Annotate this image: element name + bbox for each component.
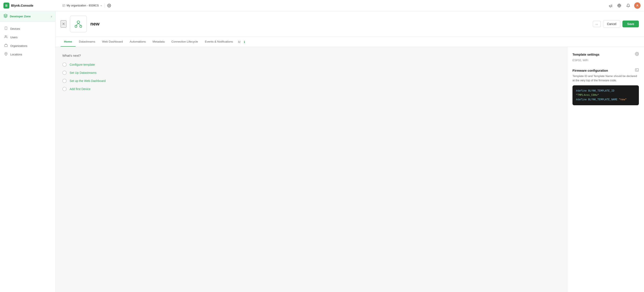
radio-setup-web-dashboard[interactable] — [62, 79, 66, 83]
code-line-2: #define BLYNK_TEMPLATE_NAME "new" — [576, 98, 636, 102]
template-settings-section: Template settings ESP32, WiFi — [572, 52, 639, 62]
devices-icon — [4, 27, 8, 31]
sidebar-dz-left: Developer Zone — [4, 14, 31, 19]
sidebar-item-users[interactable]: Users — [0, 33, 55, 42]
top-header: B Blynk.Console My organization - 9339CS… — [0, 0, 644, 11]
whats-next-title: What's next? — [62, 54, 560, 57]
svg-rect-3 — [5, 27, 7, 30]
globe-icon[interactable] — [616, 3, 622, 9]
logo-text: Blynk.Console — [11, 4, 33, 7]
checklist-item-configure: Configure template — [62, 62, 560, 67]
sidebar-item-locations[interactable]: Locations — [0, 50, 55, 59]
checklist: Configure template Set Up Datastreams Se… — [62, 62, 560, 91]
configure-template-link[interactable]: Configure template — [70, 63, 95, 66]
logo-area: B Blynk.Console — [4, 3, 59, 9]
checklist-item-web-dashboard: Set up the Web Dashboard — [62, 79, 560, 83]
cancel-button[interactable]: Cancel — [603, 20, 620, 28]
logo-box: B — [4, 3, 10, 9]
template-name: new — [90, 21, 589, 27]
close-button[interactable]: ✕ — [61, 20, 66, 28]
svg-line-11 — [78, 23, 81, 26]
tab-datastreams[interactable]: Datastreams — [76, 37, 99, 47]
svg-point-1 — [109, 5, 110, 6]
template-editor: ✕ new ··· Cancel Save — [56, 11, 644, 292]
users-icon — [4, 35, 8, 39]
org-selector[interactable]: My organization - 9339CS — [62, 4, 102, 7]
svg-rect-0 — [63, 4, 65, 7]
firmware-code-block: #define BLYNK_TEMPLATE_ID "TMPL4vss_C0Hu… — [572, 85, 639, 105]
megaphone-icon[interactable] — [607, 3, 613, 9]
svg-rect-8 — [75, 26, 77, 27]
sidebar-item-organizations[interactable]: Organizations — [0, 42, 55, 50]
template-header: ✕ new ··· Cancel Save — [56, 11, 644, 37]
tab-automations[interactable]: Automations — [126, 37, 149, 47]
header-actions: ··· Cancel Save — [593, 20, 639, 28]
header-center: My organization - 9339CS — [59, 3, 607, 9]
tab-web-dashboard[interactable]: Web Dashboard — [99, 37, 126, 47]
avatar[interactable]: A — [634, 2, 640, 9]
firmware-title: Firmware configuration — [572, 69, 608, 72]
sidebar-item-users-label: Users — [10, 36, 18, 39]
code-keyword-1: #define BLYNK_TEMPLATE_ID — [576, 89, 614, 92]
tabs-bar: Home Datastreams Web Dashboard Automatio… — [56, 37, 644, 47]
radio-configure-template[interactable] — [62, 62, 66, 67]
more-button[interactable]: ··· — [593, 21, 601, 27]
bell-icon[interactable] — [625, 3, 631, 9]
locations-icon — [4, 52, 8, 57]
main-layout: Developer Zone › Devices Users — [0, 11, 644, 292]
org-name: My organization - 9339CS — [66, 4, 99, 7]
code-template-id-value: "TMPL4vss_C0Hu" — [576, 94, 599, 97]
organizations-icon — [4, 44, 8, 48]
setup-web-dashboard-link[interactable]: Set up the Web Dashboard — [70, 79, 106, 83]
content-area: ✕ new ··· Cancel Save — [56, 11, 644, 292]
header-icons: A — [607, 2, 640, 9]
code-line-1: #define BLYNK_TEMPLATE_ID "TMPL4vss_C0Hu… — [576, 89, 636, 98]
left-panel: What's next? Configure template Set Up D… — [56, 47, 567, 292]
sidebar-developer-zone[interactable]: Developer Zone › — [0, 11, 55, 22]
sidebar-item-devices[interactable]: Devices — [0, 24, 55, 33]
right-panel: Template settings ESP32, WiFi Firmware c… — [567, 47, 644, 292]
code-template-name-value: "new" — [619, 98, 627, 101]
tab-events-notifications[interactable]: Events & Notifications — [201, 37, 236, 47]
sidebar-item-devices-label: Devices — [10, 27, 20, 30]
svg-line-10 — [76, 23, 78, 26]
code-keyword-2: #define BLYNK_TEMPLATE_NAME — [576, 98, 619, 101]
tab-metadata[interactable]: Metadata — [149, 37, 168, 47]
firmware-description: Template ID and Template Name should be … — [572, 74, 639, 82]
tab-more[interactable]: M — [236, 37, 242, 47]
svg-point-12 — [636, 54, 638, 55]
radio-setup-datastreams[interactable] — [62, 71, 66, 75]
developer-zone-icon — [4, 14, 8, 19]
save-button[interactable]: Save — [622, 21, 639, 27]
svg-rect-9 — [80, 26, 82, 27]
svg-rect-13 — [636, 69, 639, 71]
chevron-right-icon: › — [51, 15, 52, 18]
sidebar-nav: Devices Users Organizations Locations — [0, 22, 55, 61]
settings-icon[interactable] — [106, 3, 112, 9]
svg-point-4 — [5, 36, 6, 37]
sidebar-item-organizations-label: Organizations — [10, 44, 27, 48]
tab-info-icon[interactable]: ℹ — [242, 37, 246, 47]
template-settings-subtitle: ESP32, WiFi — [572, 59, 588, 62]
template-icon — [73, 18, 84, 30]
template-icon-box — [70, 16, 87, 33]
template-settings-header: Template settings — [572, 52, 639, 57]
firmware-header: Firmware configuration — [572, 68, 639, 73]
setup-datastreams-link[interactable]: Set Up Datastreams — [70, 71, 96, 74]
svg-point-6 — [6, 53, 6, 54]
tab-home[interactable]: Home — [61, 37, 76, 47]
svg-point-7 — [77, 21, 80, 23]
firmware-config-section: Firmware configuration Template ID and T… — [572, 68, 639, 105]
template-settings-title: Template settings — [572, 53, 599, 56]
vertical-divider — [104, 4, 104, 8]
add-first-device-link[interactable]: Add first Device — [70, 87, 90, 91]
terminal-icon[interactable] — [635, 68, 639, 73]
radio-add-first-device[interactable] — [62, 87, 66, 91]
checklist-item-datastreams: Set Up Datastreams — [62, 71, 560, 75]
template-settings-gear-icon[interactable] — [635, 52, 639, 57]
sidebar: Developer Zone › Devices Users — [0, 11, 56, 292]
tab-content: What's next? Configure template Set Up D… — [56, 47, 644, 292]
developer-zone-label: Developer Zone — [10, 15, 31, 18]
tab-connection-lifecycle[interactable]: Connection Lifecycle — [168, 37, 202, 47]
checklist-item-add-device: Add first Device — [62, 87, 560, 91]
